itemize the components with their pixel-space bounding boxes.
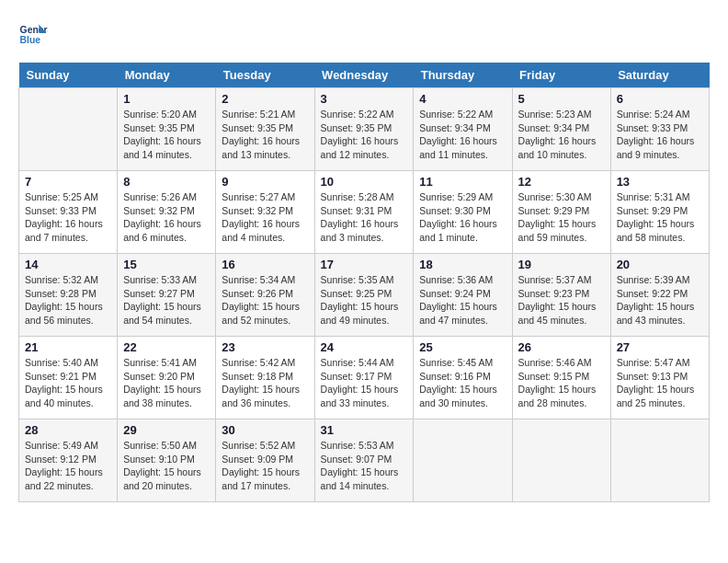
logo-icon: General Blue	[18, 18, 48, 48]
calendar-cell: 7Sunrise: 5:25 AM Sunset: 9:33 PM Daylig…	[19, 171, 118, 254]
calendar-cell: 16Sunrise: 5:34 AM Sunset: 9:26 PM Dayli…	[216, 254, 314, 337]
day-info: Sunrise: 5:39 AM Sunset: 9:22 PM Dayligh…	[617, 273, 703, 327]
day-number: 25	[419, 340, 506, 354]
calendar-cell	[414, 419, 512, 502]
calendar-cell: 19Sunrise: 5:37 AM Sunset: 9:23 PM Dayli…	[512, 254, 610, 337]
calendar-cell: 31Sunrise: 5:53 AM Sunset: 9:07 PM Dayli…	[314, 419, 414, 502]
day-info: Sunrise: 5:27 AM Sunset: 9:32 PM Dayligh…	[222, 190, 308, 245]
day-info: Sunrise: 5:42 AM Sunset: 9:18 PM Dayligh…	[222, 356, 308, 410]
day-info: Sunrise: 5:32 AM Sunset: 9:28 PM Dayligh…	[25, 273, 111, 327]
day-info: Sunrise: 5:37 AM Sunset: 9:23 PM Dayligh…	[518, 273, 605, 327]
day-info: Sunrise: 5:21 AM Sunset: 9:35 PM Dayligh…	[222, 108, 308, 162]
day-number: 22	[123, 340, 210, 354]
day-info: Sunrise: 5:20 AM Sunset: 9:35 PM Dayligh…	[123, 108, 210, 162]
day-number: 27	[617, 340, 703, 354]
calendar-cell: 4Sunrise: 5:22 AM Sunset: 9:34 PM Daylig…	[414, 88, 512, 171]
weekday-row: SundayMondayTuesdayWednesdayThursdayFrid…	[19, 63, 710, 88]
calendar-cell: 11Sunrise: 5:29 AM Sunset: 9:30 PM Dayli…	[414, 171, 512, 254]
calendar-week-row: 21Sunrise: 5:40 AM Sunset: 9:21 PM Dayli…	[19, 337, 710, 419]
day-info: Sunrise: 5:45 AM Sunset: 9:16 PM Dayligh…	[419, 356, 506, 410]
calendar-header: SundayMondayTuesdayWednesdayThursdayFrid…	[19, 63, 710, 88]
calendar-cell: 9Sunrise: 5:27 AM Sunset: 9:32 PM Daylig…	[216, 171, 314, 254]
weekday-header-saturday: Saturday	[610, 63, 709, 88]
day-number: 16	[222, 258, 308, 271]
day-info: Sunrise: 5:47 AM Sunset: 9:13 PM Dayligh…	[617, 356, 703, 410]
calendar-week-row: 28Sunrise: 5:49 AM Sunset: 9:12 PM Dayli…	[19, 419, 710, 502]
day-info: Sunrise: 5:50 AM Sunset: 9:10 PM Dayligh…	[123, 439, 210, 493]
day-number: 11	[419, 175, 506, 189]
day-info: Sunrise: 5:36 AM Sunset: 9:24 PM Dayligh…	[419, 273, 506, 327]
day-info: Sunrise: 5:44 AM Sunset: 9:17 PM Dayligh…	[321, 356, 408, 410]
calendar-cell: 27Sunrise: 5:47 AM Sunset: 9:13 PM Dayli…	[610, 337, 709, 419]
day-number: 1	[123, 92, 210, 106]
day-number: 28	[25, 423, 111, 437]
day-number: 31	[321, 423, 408, 437]
day-info: Sunrise: 5:26 AM Sunset: 9:32 PM Dayligh…	[123, 190, 210, 245]
calendar-cell: 14Sunrise: 5:32 AM Sunset: 9:28 PM Dayli…	[19, 254, 118, 337]
day-number: 8	[123, 175, 210, 189]
day-info: Sunrise: 5:40 AM Sunset: 9:21 PM Dayligh…	[25, 356, 111, 410]
calendar-cell: 29Sunrise: 5:50 AM Sunset: 9:10 PM Dayli…	[118, 419, 216, 502]
day-number: 19	[518, 258, 605, 271]
svg-text:Blue: Blue	[20, 35, 41, 45]
calendar-cell: 1Sunrise: 5:20 AM Sunset: 9:35 PM Daylig…	[118, 88, 216, 171]
day-info: Sunrise: 5:31 AM Sunset: 9:29 PM Dayligh…	[617, 190, 703, 245]
weekday-header-wednesday: Wednesday	[314, 63, 414, 88]
calendar-cell: 6Sunrise: 5:24 AM Sunset: 9:33 PM Daylig…	[610, 88, 709, 171]
calendar-body: 1Sunrise: 5:20 AM Sunset: 9:35 PM Daylig…	[19, 88, 710, 502]
calendar-cell: 13Sunrise: 5:31 AM Sunset: 9:29 PM Dayli…	[610, 171, 709, 254]
calendar-cell	[19, 88, 118, 171]
calendar-cell: 12Sunrise: 5:30 AM Sunset: 9:29 PM Dayli…	[512, 171, 610, 254]
calendar-week-row: 1Sunrise: 5:20 AM Sunset: 9:35 PM Daylig…	[19, 88, 710, 171]
calendar-cell: 22Sunrise: 5:41 AM Sunset: 9:20 PM Dayli…	[118, 337, 216, 419]
day-number: 24	[321, 340, 408, 354]
day-number: 13	[617, 175, 703, 189]
day-number: 9	[222, 175, 308, 189]
weekday-header-sunday: Sunday	[19, 63, 118, 88]
calendar-cell: 21Sunrise: 5:40 AM Sunset: 9:21 PM Dayli…	[19, 337, 118, 419]
calendar-cell: 17Sunrise: 5:35 AM Sunset: 9:25 PM Dayli…	[314, 254, 414, 337]
calendar-cell: 8Sunrise: 5:26 AM Sunset: 9:32 PM Daylig…	[118, 171, 216, 254]
day-number: 30	[222, 423, 308, 437]
day-info: Sunrise: 5:22 AM Sunset: 9:35 PM Dayligh…	[321, 108, 408, 162]
calendar-cell: 24Sunrise: 5:44 AM Sunset: 9:17 PM Dayli…	[314, 337, 414, 419]
logo: General Blue	[18, 18, 51, 48]
day-info: Sunrise: 5:34 AM Sunset: 9:26 PM Dayligh…	[222, 273, 308, 327]
day-number: 14	[25, 258, 111, 271]
day-info: Sunrise: 5:25 AM Sunset: 9:33 PM Dayligh…	[25, 190, 111, 245]
calendar-week-row: 7Sunrise: 5:25 AM Sunset: 9:33 PM Daylig…	[19, 171, 710, 254]
weekday-header-tuesday: Tuesday	[216, 63, 314, 88]
day-info: Sunrise: 5:29 AM Sunset: 9:30 PM Dayligh…	[419, 190, 506, 245]
day-number: 5	[518, 92, 605, 106]
day-number: 20	[617, 258, 703, 271]
day-number: 6	[617, 92, 703, 106]
day-info: Sunrise: 5:46 AM Sunset: 9:15 PM Dayligh…	[518, 356, 605, 410]
calendar-cell	[512, 419, 610, 502]
day-info: Sunrise: 5:49 AM Sunset: 9:12 PM Dayligh…	[25, 439, 111, 493]
day-info: Sunrise: 5:53 AM Sunset: 9:07 PM Dayligh…	[321, 439, 408, 493]
day-info: Sunrise: 5:28 AM Sunset: 9:31 PM Dayligh…	[321, 190, 408, 245]
day-number: 4	[419, 92, 506, 106]
day-info: Sunrise: 5:41 AM Sunset: 9:20 PM Dayligh…	[123, 356, 210, 410]
day-number: 12	[518, 175, 605, 189]
day-info: Sunrise: 5:30 AM Sunset: 9:29 PM Dayligh…	[518, 190, 605, 245]
day-info: Sunrise: 5:24 AM Sunset: 9:33 PM Dayligh…	[617, 108, 703, 162]
calendar-cell: 10Sunrise: 5:28 AM Sunset: 9:31 PM Dayli…	[314, 171, 414, 254]
day-number: 23	[222, 340, 308, 354]
calendar-cell: 3Sunrise: 5:22 AM Sunset: 9:35 PM Daylig…	[314, 88, 414, 171]
weekday-header-friday: Friday	[512, 63, 610, 88]
day-info: Sunrise: 5:35 AM Sunset: 9:25 PM Dayligh…	[321, 273, 408, 327]
calendar-cell: 5Sunrise: 5:23 AM Sunset: 9:34 PM Daylig…	[512, 88, 610, 171]
day-number: 17	[321, 258, 408, 271]
day-number: 18	[419, 258, 506, 271]
calendar-cell: 23Sunrise: 5:42 AM Sunset: 9:18 PM Dayli…	[216, 337, 314, 419]
calendar-cell	[610, 419, 709, 502]
calendar-cell: 28Sunrise: 5:49 AM Sunset: 9:12 PM Dayli…	[19, 419, 118, 502]
calendar-cell: 18Sunrise: 5:36 AM Sunset: 9:24 PM Dayli…	[414, 254, 512, 337]
day-number: 29	[123, 423, 210, 437]
day-number: 7	[25, 175, 111, 189]
day-number: 15	[123, 258, 210, 271]
calendar-cell: 30Sunrise: 5:52 AM Sunset: 9:09 PM Dayli…	[216, 419, 314, 502]
day-number: 2	[222, 92, 308, 106]
day-number: 26	[518, 340, 605, 354]
